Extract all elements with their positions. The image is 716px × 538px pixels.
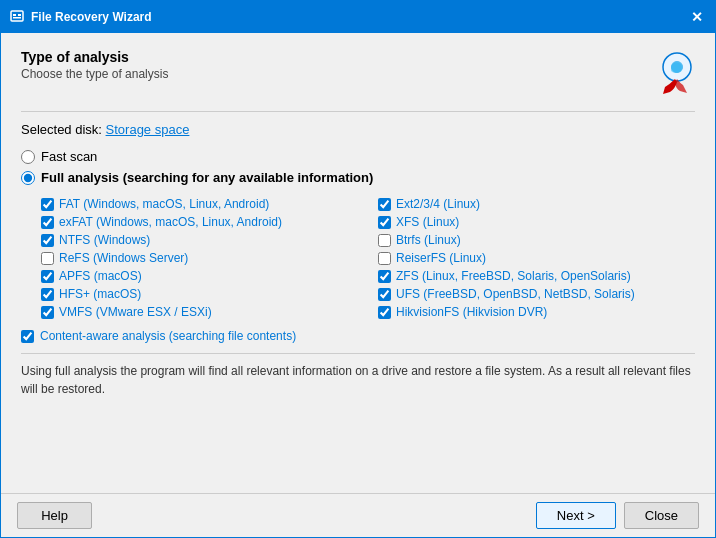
close-button[interactable]: Close [624, 502, 699, 529]
header-section: Type of analysis Choose the type of anal… [21, 49, 695, 99]
full-analysis-label: Full analysis (searching for any availab… [41, 170, 373, 185]
content-aware-checkbox[interactable] [21, 330, 34, 343]
fs-ntfs[interactable]: NTFS (Windows) [41, 233, 358, 247]
storage-space-link[interactable]: Storage space [106, 122, 190, 137]
fs-xfs[interactable]: XFS (Linux) [378, 215, 695, 229]
fs-vmfs[interactable]: VMFS (VMware ESX / ESXi) [41, 305, 358, 319]
checkbox-grid: FAT (Windows, macOS, Linux, Android) Ext… [41, 197, 695, 319]
subheading: Choose the type of analysis [21, 67, 168, 81]
help-button[interactable]: Help [17, 502, 92, 529]
filesystem-checkboxes: FAT (Windows, macOS, Linux, Android) Ext… [41, 197, 695, 319]
full-analysis-radio[interactable] [21, 171, 35, 185]
fs-zfs[interactable]: ZFS (Linux, FreeBSD, Solaris, OpenSolari… [378, 269, 695, 283]
fs-refs[interactable]: ReFS (Windows Server) [41, 251, 358, 265]
svg-rect-1 [13, 14, 16, 16]
next-button[interactable]: Next > [536, 502, 616, 529]
window-title: File Recovery Wizard [31, 10, 687, 24]
fs-fat[interactable]: FAT (Windows, macOS, Linux, Android) [41, 197, 358, 211]
svg-rect-0 [11, 11, 23, 21]
svg-rect-2 [18, 14, 21, 16]
footer-left: Help [17, 502, 92, 529]
selected-disk: Selected disk: Storage space [21, 122, 695, 137]
fs-reiserfs[interactable]: ReiserFS (Linux) [378, 251, 695, 265]
description-text: Using full analysis the program will fin… [21, 353, 695, 398]
fs-btrfs[interactable]: Btrfs (Linux) [378, 233, 695, 247]
fs-hfsplus[interactable]: HFS+ (macOS) [41, 287, 358, 301]
footer: Help Next > Close [1, 493, 715, 537]
svg-rect-3 [13, 17, 21, 19]
fs-apfs[interactable]: APFS (macOS) [41, 269, 358, 283]
fast-scan-radio[interactable] [21, 150, 35, 164]
full-analysis-option[interactable]: Full analysis (searching for any availab… [21, 170, 695, 185]
footer-right: Next > Close [536, 502, 699, 529]
title-bar: File Recovery Wizard ✕ [1, 1, 715, 33]
header-divider [21, 111, 695, 112]
fs-ext[interactable]: Ext2/3/4 (Linux) [378, 197, 695, 211]
wizard-icon [645, 49, 695, 99]
fast-scan-option[interactable]: Fast scan [21, 149, 695, 164]
fs-hikvision[interactable]: HikvisionFS (Hikvision DVR) [378, 305, 695, 319]
close-window-button[interactable]: ✕ [687, 7, 707, 27]
window-icon [9, 9, 25, 25]
fast-scan-label: Fast scan [41, 149, 97, 164]
content-area: Type of analysis Choose the type of anal… [1, 33, 715, 493]
fs-ufs[interactable]: UFS (FreeBSD, OpenBSD, NetBSD, Solaris) [378, 287, 695, 301]
header-text: Type of analysis Choose the type of anal… [21, 49, 168, 81]
window: File Recovery Wizard ✕ Type of analysis … [0, 0, 716, 538]
radio-group: Fast scan Full analysis (searching for a… [21, 149, 695, 185]
fs-exfat[interactable]: exFAT (Windows, macOS, Linux, Android) [41, 215, 358, 229]
content-aware-label: Content-aware analysis (searching file c… [40, 329, 296, 343]
heading: Type of analysis [21, 49, 168, 65]
content-aware-option[interactable]: Content-aware analysis (searching file c… [21, 329, 695, 343]
